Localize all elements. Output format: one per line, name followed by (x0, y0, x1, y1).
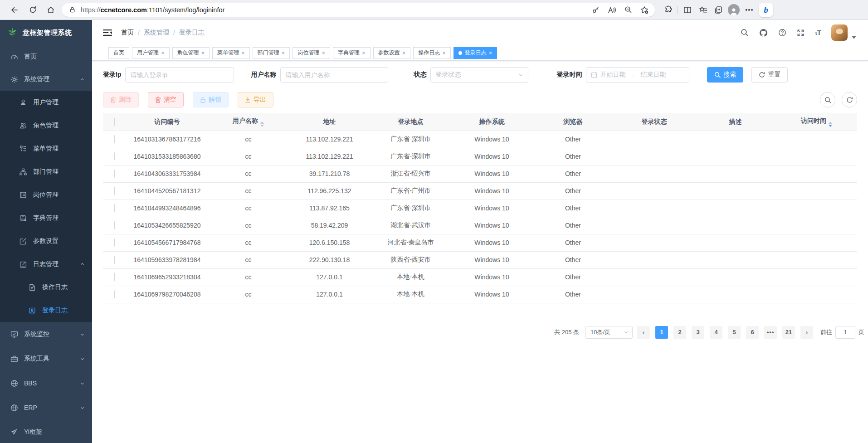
tab-menus[interactable]: 菜单管理× (212, 47, 250, 59)
tab-home[interactable]: 首页 (108, 47, 129, 59)
tab-loginlog[interactable]: 登录日志× (454, 47, 497, 59)
row-checkbox[interactable] (114, 135, 115, 143)
sort-caret-icon[interactable] (260, 122, 264, 127)
page-button-5[interactable]: 5 (728, 326, 741, 339)
show-search-button[interactable] (820, 92, 835, 107)
more-menu-icon[interactable]: ⋯ (743, 4, 755, 16)
password-key-icon[interactable] (590, 4, 601, 16)
sidebar-item-erp[interactable]: ERP (0, 395, 92, 420)
page-button-1[interactable]: 1 (655, 326, 668, 339)
page-button-3[interactable]: 3 (692, 326, 704, 339)
reset-button[interactable]: 重置 (751, 67, 788, 83)
table-row[interactable]: 1641044993248464896 cc 113.87.92.165 广东省… (103, 200, 857, 217)
collections-icon[interactable] (712, 4, 724, 16)
row-checkbox[interactable] (114, 273, 115, 281)
sidebar-item-monitor[interactable]: 系统监控 (0, 322, 92, 346)
clear-button[interactable]: 清空 (148, 92, 184, 107)
page-button-last[interactable]: 21 (782, 326, 795, 339)
favorite-star-icon[interactable] (639, 4, 650, 16)
table-row[interactable]: 1641054566717984768 cc 120.6.150.158 河北省… (103, 234, 857, 251)
user-avatar[interactable] (831, 24, 848, 41)
username-input[interactable] (285, 71, 383, 78)
sidebar-toggle-button[interactable] (100, 26, 115, 39)
more-pages-button[interactable]: ••• (764, 326, 777, 339)
table-row[interactable]: 1641053426655825920 cc 58.19.42.209 湖北省-… (103, 217, 857, 234)
sidebar-item-posts[interactable]: 岗位管理 (0, 183, 92, 206)
row-checkbox[interactable] (114, 239, 115, 247)
delete-button[interactable]: 删除 (103, 92, 139, 107)
github-link[interactable] (759, 29, 768, 37)
close-icon[interactable]: × (282, 50, 285, 56)
page-button-6[interactable]: 6 (746, 326, 759, 339)
sidebar-item-operlog[interactable]: 操作日志 (0, 276, 92, 299)
close-icon[interactable]: × (322, 50, 325, 56)
read-aloud-icon[interactable] (606, 4, 618, 16)
export-button[interactable]: 导出 (238, 92, 273, 107)
row-checkbox[interactable] (114, 204, 115, 212)
sidebar-item-home[interactable]: 首页 (0, 45, 92, 68)
close-icon[interactable]: × (402, 50, 406, 56)
tab-params[interactable]: 参数设置× (373, 47, 411, 59)
table-row[interactable]: 1641069652933218304 cc 127.0.0.1 本地-本机 W… (103, 268, 857, 286)
close-icon[interactable]: × (241, 50, 245, 56)
close-icon[interactable]: × (442, 50, 446, 56)
sidebar-item-yi-framework[interactable]: Yi框架 (0, 420, 92, 443)
ip-input[interactable] (130, 71, 229, 78)
reload-button[interactable] (25, 3, 40, 17)
browser-profile-icon[interactable] (728, 4, 740, 16)
row-checkbox[interactable] (114, 256, 115, 264)
table-row[interactable]: 1641069798270046208 cc 127.0.0.1 本地-本机 W… (103, 286, 857, 303)
select-all-checkbox[interactable] (114, 118, 115, 126)
table-row[interactable]: 1641059633978281984 cc 222.90.130.18 陕西省… (103, 251, 857, 268)
tab-depts[interactable]: 部门管理× (253, 47, 290, 59)
date-range-picker[interactable]: 开始日期 - 结束日期 (586, 67, 689, 83)
sidebar-item-bbs[interactable]: BBS (0, 371, 92, 395)
status-select[interactable]: 登录状态 (430, 67, 528, 83)
table-row[interactable]: 1641044520567181312 cc 112.96.225.132 广东… (103, 182, 857, 200)
row-checkbox[interactable] (114, 290, 115, 298)
address-bar[interactable]: https://ccnetcore.com:1101/system/log/lo… (62, 3, 655, 17)
close-icon[interactable]: × (161, 50, 165, 56)
row-checkbox[interactable] (114, 152, 115, 161)
sidebar-item-logs[interactable]: 日志管理 (0, 253, 92, 276)
table-row[interactable]: 1641031533185863680 cc 113.102.129.221 广… (103, 148, 857, 165)
tab-roles[interactable]: 角色管理× (172, 47, 210, 59)
row-checkbox[interactable] (114, 221, 115, 229)
refresh-table-button[interactable] (842, 92, 857, 107)
copilot-bing-icon[interactable]: b (759, 3, 773, 17)
tab-users[interactable]: 用户管理× (132, 47, 170, 59)
font-size-icon[interactable]: ₜT (815, 29, 821, 37)
sidebar-item-system[interactable]: 系统管理 (0, 68, 92, 91)
favorites-bar-icon[interactable] (697, 4, 709, 16)
col-username[interactable]: 用户名称 (208, 113, 289, 131)
unlock-button[interactable]: 解锁 (193, 92, 229, 107)
prev-page-button[interactable]: ‹ (637, 326, 650, 339)
split-screen-icon[interactable] (682, 4, 693, 16)
sort-caret-icon[interactable] (829, 122, 832, 127)
sidebar-item-loginlog[interactable]: 登录日志 (0, 299, 92, 322)
page-button-2[interactable]: 2 (673, 326, 686, 339)
sidebar-item-roles[interactable]: 角色管理 (0, 114, 92, 137)
url-text[interactable]: https://ccnetcore.com:1101/system/log/lo… (81, 6, 585, 14)
col-time[interactable]: 访问时间 (776, 113, 857, 131)
close-icon[interactable]: × (201, 50, 205, 56)
tab-dicts[interactable]: 字典管理× (333, 47, 371, 59)
zoom-icon[interactable] (622, 4, 634, 16)
header-search-button[interactable] (741, 29, 749, 37)
tab-operlog[interactable]: 操作日志× (413, 47, 451, 59)
fullscreen-button[interactable] (797, 29, 805, 37)
page-button-4[interactable]: 4 (710, 326, 722, 339)
sidebar-item-tools[interactable]: 系统工具 (0, 346, 92, 371)
extensions-icon[interactable] (662, 4, 674, 16)
breadcrumb-section[interactable]: 系统管理 (144, 29, 169, 37)
row-checkbox[interactable] (114, 170, 115, 178)
close-icon[interactable]: × (362, 50, 366, 56)
search-button[interactable]: 搜索 (707, 67, 743, 83)
table-row[interactable]: 1641043063331753984 cc 39.171.210.78 浙江省… (103, 165, 857, 182)
back-button[interactable] (7, 3, 22, 17)
close-icon[interactable]: × (489, 50, 493, 56)
help-button[interactable] (778, 29, 786, 37)
sidebar-item-depts[interactable]: 部门管理 (0, 160, 92, 183)
page-size-select[interactable]: 10条/页 (585, 326, 633, 339)
tab-posts[interactable]: 岗位管理× (293, 47, 330, 59)
